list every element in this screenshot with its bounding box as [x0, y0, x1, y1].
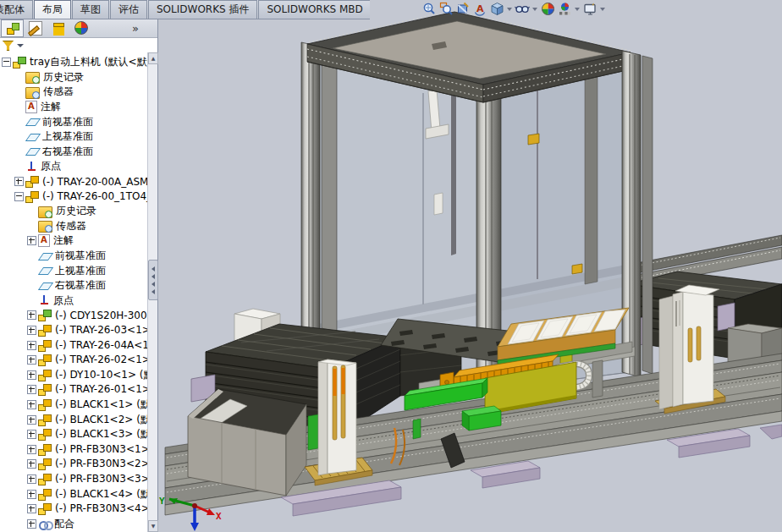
- tree-item[interactable]: 上视基准面: [0, 129, 148, 145]
- tree-item[interactable]: (-) TRAY-26-01<1> (默: [0, 382, 148, 398]
- tree-item[interactable]: 前视基准面: [0, 249, 148, 264]
- tree-item-label: (-) PR-FB30N3<1> (默: [55, 442, 148, 457]
- displaymanager-icon: [74, 21, 88, 35]
- scroll-down-icon[interactable]: [148, 520, 158, 532]
- asm-green-icon: [38, 309, 52, 321]
- expand-toggle[interactable]: [14, 177, 24, 186]
- hide-show-items-icon[interactable]: [514, 1, 531, 17]
- expand-toggle[interactable]: [27, 459, 36, 469]
- expand-toggle[interactable]: [27, 400, 36, 409]
- tree-item[interactable]: (-) PR-FB30N3<3> (默: [0, 472, 148, 487]
- expand-toggle[interactable]: [27, 490, 36, 499]
- filter-funnel-icon[interactable]: [3, 41, 14, 51]
- propertymanager-tab[interactable]: [24, 19, 47, 37]
- tab-3[interactable]: 评估: [110, 0, 147, 19]
- chevron-down-icon[interactable]: [532, 8, 537, 11]
- chevron-down-icon[interactable]: [507, 8, 512, 11]
- tree-item[interactable]: 传感器: [0, 85, 148, 100]
- expand-toggle[interactable]: [2, 58, 11, 67]
- zoom-fit-icon[interactable]: [421, 1, 438, 17]
- expand-toggle[interactable]: [27, 519, 36, 529]
- configurationmanager-icon: [52, 22, 65, 35]
- tree-item[interactable]: (-) BLACK1<4> (默认<: [0, 486, 148, 502]
- tree-item[interactable]: (-) PR-FB30N3<1> (默: [0, 442, 148, 457]
- panel-tabs-overflow-button[interactable]: »: [128, 22, 143, 35]
- tree-item[interactable]: (-) DY10-10<1> (默认: [0, 367, 148, 382]
- tree-item[interactable]: (-) TRAY-26-00_1TO4_ASM: [0, 189, 148, 204]
- tree-item[interactable]: 历史记录: [0, 70, 148, 85]
- expand-toggle[interactable]: [27, 474, 36, 484]
- tree-item[interactable]: 原点: [0, 293, 148, 309]
- expand-toggle[interactable]: [27, 236, 36, 245]
- section-view-icon[interactable]: [454, 1, 471, 17]
- machine-3d-model[interactable]: [157, 0, 782, 532]
- tree-item[interactable]: 上视基准面: [0, 263, 148, 278]
- model-viewport[interactable]: [157, 0, 782, 532]
- expand-toggle[interactable]: [27, 326, 36, 335]
- view-settings-icon[interactable]: [581, 1, 598, 17]
- configurationmanager-tab[interactable]: [47, 19, 69, 37]
- tree-item[interactable]: tray自动上料机 (默认<默认_显: [0, 55, 148, 70]
- tree-item[interactable]: 右视基准面: [0, 278, 148, 293]
- tree-scrollbar[interactable]: [147, 52, 157, 532]
- expand-toggle[interactable]: [27, 445, 36, 454]
- tree-item[interactable]: 配合: [0, 516, 148, 531]
- expand-toggle[interactable]: [27, 310, 36, 320]
- tab-0[interactable]: 装配体: [0, 0, 33, 19]
- tab-2[interactable]: 草图: [72, 0, 109, 19]
- display-style-icon[interactable]: [488, 1, 505, 17]
- tree-item[interactable]: (-) BLACK1<3> (默认<: [0, 427, 148, 442]
- zoom-area-icon[interactable]: [438, 1, 454, 17]
- tab-1[interactable]: 布局: [34, 0, 71, 19]
- tree-item[interactable]: 右视基准面: [0, 145, 148, 160]
- expand-toggle[interactable]: [27, 430, 36, 439]
- assembly-icon: [25, 190, 39, 203]
- chevron-down-icon[interactable]: [600, 8, 605, 11]
- tree-item[interactable]: (-) CDY1S20H-300B-A: [0, 308, 148, 323]
- tab-4[interactable]: SOLIDWORKS 插件: [148, 0, 257, 19]
- tree-item[interactable]: 原点: [0, 159, 148, 174]
- assembly-icon: [38, 488, 52, 501]
- tree-item[interactable]: (-) TRAY-26-02<1> (默: [0, 353, 148, 368]
- featuremanager-tab[interactable]: [1, 19, 24, 37]
- tree-item[interactable]: (-) BLACK1<1> (默认<: [0, 398, 148, 413]
- expand-toggle[interactable]: [14, 192, 24, 201]
- tree-item[interactable]: (-) TRAY-20-00A_ASM<1:: [0, 174, 148, 189]
- tree-item[interactable]: 历史记录: [0, 204, 148, 219]
- tree-item[interactable]: 注解: [0, 233, 148, 249]
- assembly-icon: [38, 369, 52, 381]
- tab-5[interactable]: SOLIDWORKS MBD: [258, 0, 370, 19]
- tree-item-label: (-) TRAY-26-01<1> (默: [55, 382, 148, 397]
- chevron-down-icon[interactable]: [575, 8, 580, 11]
- expand-toggle[interactable]: [27, 341, 36, 350]
- tree-item[interactable]: (-) TRAY-26-04A<1> (: [0, 337, 148, 353]
- mates-icon: [38, 518, 51, 529]
- folder-history-icon: [38, 206, 52, 218]
- scrollbar-thumb[interactable]: [148, 260, 158, 300]
- expand-toggle[interactable]: [27, 355, 36, 365]
- annotation-view-icon[interactable]: A: [471, 1, 488, 17]
- tree-item-label: (-) BLACK1<1> (默认<: [55, 398, 148, 412]
- tree-item[interactable]: 传感器: [0, 219, 148, 234]
- tree-item[interactable]: 注解: [0, 100, 148, 115]
- tree-item[interactable]: 前视基准面: [0, 114, 148, 129]
- tree-item-label: 上视基准面: [42, 129, 93, 144]
- tree-item-label: 前视基准面: [42, 115, 93, 129]
- expand-toggle[interactable]: [27, 504, 36, 513]
- tree-item[interactable]: (-) BLACK1<2> (默认<: [0, 412, 148, 427]
- tree-item[interactable]: (-) TRAY-26-03<1> (默: [0, 323, 148, 338]
- tree-item[interactable]: (-) PR-FB30N3<4> (默: [0, 502, 148, 517]
- tree-item-label: (-) DY10-10<1> (默认: [55, 368, 148, 382]
- edit-appearance-icon[interactable]: [539, 1, 556, 17]
- tree-item-label: (-) BLACK1<3> (默认<: [55, 427, 148, 442]
- apply-scene-icon[interactable]: [556, 1, 573, 17]
- filter-dropdown-icon[interactable]: [17, 44, 24, 47]
- scroll-up-icon[interactable]: [148, 52, 158, 64]
- expand-toggle[interactable]: [27, 415, 36, 425]
- tree-item[interactable]: (-) PR-FB30N3<2> (默: [0, 457, 148, 472]
- displaymanager-tab[interactable]: [69, 19, 92, 37]
- tree-item-label: (-) PR-FB30N3<2> (默: [55, 457, 148, 471]
- tree-item-label: (-) CDY1S20H-300B-A: [55, 310, 148, 321]
- expand-toggle[interactable]: [27, 370, 36, 380]
- expand-toggle[interactable]: [27, 385, 36, 394]
